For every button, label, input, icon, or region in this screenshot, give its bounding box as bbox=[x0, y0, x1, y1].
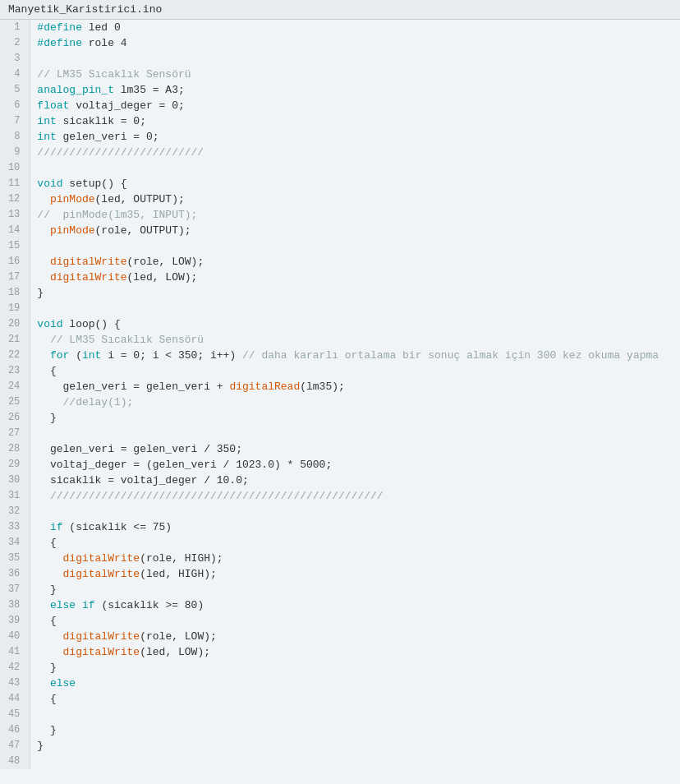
code-token: void bbox=[37, 178, 62, 190]
code-table: 1#define led 02#define role 43 4// LM35 … bbox=[0, 20, 680, 769]
code-line bbox=[30, 504, 680, 519]
code-token: } bbox=[37, 412, 56, 424]
code-token: digitalWrite bbox=[63, 552, 140, 565]
code-token: (led, LOW); bbox=[127, 271, 198, 284]
line-number: 23 bbox=[0, 363, 30, 379]
line-number: 31 bbox=[0, 488, 30, 504]
code-token: digitalWrite bbox=[50, 271, 127, 284]
line-number: 45 bbox=[0, 707, 30, 722]
code-token bbox=[37, 396, 62, 408]
code-line: analog_pin_t lm35 = A3; bbox=[30, 82, 680, 98]
line-number: 16 bbox=[0, 254, 30, 270]
table-row: 3 bbox=[0, 51, 680, 67]
line-number: 13 bbox=[0, 207, 30, 223]
code-token: // LM35 Sıcaklık Sensörü bbox=[50, 334, 204, 346]
table-row: 48 bbox=[0, 754, 680, 769]
table-row: 36 digitalWrite(led, HIGH); bbox=[0, 566, 680, 582]
table-row: 40 digitalWrite(role, LOW); bbox=[0, 629, 680, 644]
line-number: 20 bbox=[0, 316, 30, 332]
table-row: 38 else if (sicaklik >= 80) bbox=[0, 597, 680, 613]
table-row: 30 sicaklik = voltaj_deger / 10.0; bbox=[0, 473, 680, 488]
code-line: } bbox=[30, 582, 680, 597]
table-row: 37 } bbox=[0, 582, 680, 597]
code-line: } bbox=[30, 410, 680, 426]
table-row: 12 pinMode(led, OUTPUT); bbox=[0, 191, 680, 207]
line-number: 33 bbox=[0, 519, 30, 535]
code-token: digitalWrite bbox=[63, 568, 140, 580]
code-line: { bbox=[30, 363, 680, 379]
code-token: } bbox=[37, 724, 56, 736]
line-number: 46 bbox=[0, 722, 30, 738]
code-token: // daha kararlı ortalama bir sonuç almak… bbox=[242, 349, 659, 362]
code-token: // pinMode(lm35, INPUT); bbox=[37, 209, 197, 221]
code-token: i = 0; i < 350; i++) bbox=[101, 349, 242, 362]
code-line: int gelen_veri = 0; bbox=[30, 129, 680, 145]
code-token: { bbox=[37, 693, 56, 705]
table-row: 28 gelen_veri = gelen_veri / 350; bbox=[0, 441, 680, 457]
code-line: // LM35 Sıcaklık Sensörü bbox=[30, 332, 680, 348]
code-token: sicaklik = voltaj_deger / 10.0; bbox=[37, 474, 248, 487]
code-token: setup() { bbox=[63, 178, 127, 190]
line-number: 35 bbox=[0, 551, 30, 566]
code-line: else if (sicaklik >= 80) bbox=[30, 597, 680, 613]
code-token: gelen_veri = 0; bbox=[57, 131, 159, 143]
table-row: 31 /////////////////////////////////////… bbox=[0, 488, 680, 504]
file-title: Manyetik_Karistirici.ino bbox=[8, 3, 162, 16]
line-number: 25 bbox=[0, 394, 30, 410]
table-row: 27 bbox=[0, 426, 680, 441]
line-number: 44 bbox=[0, 691, 30, 707]
table-row: 2#define role 4 bbox=[0, 35, 680, 51]
line-number: 7 bbox=[0, 113, 30, 129]
code-token bbox=[37, 646, 62, 658]
line-number: 26 bbox=[0, 410, 30, 426]
table-row: 22 for (int i = 0; i < 350; i++) // daha… bbox=[0, 348, 680, 363]
code-token bbox=[37, 630, 62, 643]
table-row: 35 digitalWrite(role, HIGH); bbox=[0, 551, 680, 566]
code-token: analog_pin_t bbox=[37, 84, 114, 96]
code-token bbox=[37, 677, 50, 689]
code-token: //delay(1); bbox=[63, 396, 134, 408]
code-line: } bbox=[30, 722, 680, 738]
code-token: (role, OUTPUT); bbox=[95, 224, 191, 237]
table-row: 39 { bbox=[0, 613, 680, 629]
code-token: (sicaklik >= 80) bbox=[95, 599, 204, 611]
line-number: 5 bbox=[0, 82, 30, 98]
line-number: 15 bbox=[0, 238, 30, 254]
line-number: 42 bbox=[0, 660, 30, 676]
code-line: // LM35 Sıcaklık Sensörü bbox=[30, 67, 680, 82]
line-number: 12 bbox=[0, 191, 30, 207]
table-row: 8int gelen_veri = 0; bbox=[0, 129, 680, 145]
code-token: #define bbox=[37, 21, 82, 34]
title-bar: Manyetik_Karistirici.ino bbox=[0, 0, 680, 20]
code-token bbox=[37, 599, 50, 611]
code-line: void loop() { bbox=[30, 316, 680, 332]
line-number: 17 bbox=[0, 270, 30, 285]
code-line: pinMode(role, OUTPUT); bbox=[30, 223, 680, 238]
code-token: } bbox=[37, 740, 44, 752]
table-row: 15 bbox=[0, 238, 680, 254]
code-line: } bbox=[30, 285, 680, 301]
line-number: 3 bbox=[0, 51, 30, 67]
line-number: 38 bbox=[0, 597, 30, 613]
code-line: { bbox=[30, 535, 680, 551]
line-number: 28 bbox=[0, 441, 30, 457]
code-line: { bbox=[30, 691, 680, 707]
table-row: 17 digitalWrite(led, LOW); bbox=[0, 270, 680, 285]
table-row: 26 } bbox=[0, 410, 680, 426]
code-line: void setup() { bbox=[30, 176, 680, 191]
code-token: (led, OUTPUT); bbox=[95, 193, 185, 205]
table-row: 32 bbox=[0, 504, 680, 519]
code-token: { bbox=[37, 365, 56, 377]
code-token: role 4 bbox=[82, 37, 127, 49]
table-row: 41 digitalWrite(led, LOW); bbox=[0, 644, 680, 660]
code-line: for (int i = 0; i < 350; i++) // daha ka… bbox=[30, 348, 680, 363]
code-line: digitalWrite(led, HIGH); bbox=[30, 566, 680, 582]
table-row: 23 { bbox=[0, 363, 680, 379]
code-token: ////////////////////////////////////////… bbox=[37, 490, 383, 502]
line-number: 21 bbox=[0, 332, 30, 348]
code-token: (lm35); bbox=[300, 380, 345, 393]
code-line: voltaj_deger = (gelen_veri / 1023.0) * 5… bbox=[30, 457, 680, 473]
code-token bbox=[37, 193, 50, 205]
table-row: 14 pinMode(role, OUTPUT); bbox=[0, 223, 680, 238]
code-token: int bbox=[37, 131, 56, 143]
